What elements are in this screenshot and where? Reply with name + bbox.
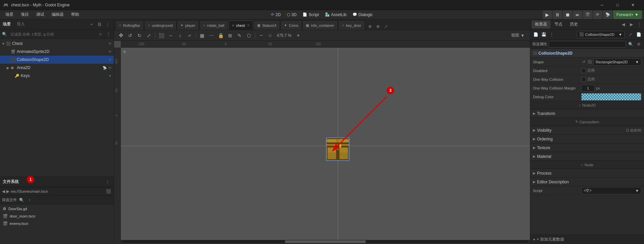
rotate-right-tool[interactable]: ↻ [136,32,144,40]
grid-tool[interactable]: ▦ [198,32,206,40]
tab-rollingbar[interactable]: ○ RollingBar [115,20,144,30]
filter-search-btn[interactable]: 🔍 [627,41,634,48]
menu-scene[interactable]: 场景 [2,11,17,18]
tree-item-collision-shape[interactable]: ⬛ CollisionShape2D ▼ [0,56,114,64]
group-tool[interactable]: ⊞ [226,32,234,40]
tab-extra-btn[interactable]: ⊕ [375,23,381,30]
inspector-back-btn[interactable]: ◀ [620,21,627,28]
script-dropdown[interactable]: <空> ▼ [581,187,641,194]
remote-button[interactable]: 📡 [603,10,612,19]
one-way-margin-input[interactable] [581,85,595,92]
menu-project[interactable]: 项目 [17,11,32,18]
process-section[interactable]: ▶ Process [530,169,644,178]
disabled-checkbox[interactable] [581,68,586,73]
transform-section[interactable]: ▶ Transform [530,109,644,118]
mode-dialogic-button[interactable]: 💬 Dialogic [350,10,376,19]
filesystem-search-btn[interactable]: 🔍 [18,197,25,203]
scene-options-button[interactable]: ⋮ [105,31,112,38]
scene-filter-button[interactable]: ⌗ [97,31,104,38]
tab-node[interactable]: 节点 [551,20,566,28]
zoom-in-btn[interactable]: + [294,32,302,40]
step-button[interactable]: ⏭ [573,10,582,19]
scale-tool[interactable]: ⤢ [145,32,153,40]
animated-sprite-visibility-btn[interactable]: 👁 [108,49,112,54]
filesystem-sort-btn[interactable]: ↕ [26,197,33,203]
menu-editor[interactable]: 编辑器 [48,11,67,18]
tab-statusui[interactable]: ▦ StatusUI [254,20,280,30]
add-node-button[interactable]: + [88,21,95,28]
movie-button[interactable]: 🎬 [583,10,592,19]
zoom-out-btn[interactable]: − [257,32,265,40]
area2d-signal-btn[interactable]: 📡 [102,65,107,70]
menu-help[interactable]: 帮助 [68,11,83,18]
inspector-file-btn[interactable]: 📄 [532,31,539,38]
scrollbar-thumb[interactable] [285,240,366,243]
tree-item-area2d[interactable]: ▶ ⊕ Area2D 📡 👁 [0,64,114,72]
forward-button[interactable]: Forward+ ▼ [613,10,642,19]
lock-tool[interactable]: 🔒 [217,32,225,40]
tab-add-btn[interactable]: ⊕ [367,23,373,30]
tab-inspector[interactable]: 检查器 [532,20,550,28]
tab-key-door[interactable]: ○ key_door [338,20,365,30]
inspector-expand-btn[interactable]: ⤢ [627,31,634,38]
hex-tool[interactable]: ⬡ [245,32,253,40]
close-button[interactable]: ✕ [625,0,641,10]
debug-color-preview[interactable] [581,93,641,101]
editor-desc-section[interactable]: ▶ Editor Description [530,178,644,186]
scene-menu-button[interactable]: ⋮ [104,21,111,28]
tab-rotate-ball[interactable]: ○ rotate_ball [199,20,228,30]
tab-player[interactable]: ✦ player [177,20,199,30]
select-tool[interactable]: ✥ [117,32,125,40]
instance-button[interactable]: ⛓ [96,21,103,28]
menu-debug[interactable]: 调试 [33,11,48,18]
ordering-section[interactable]: ▶ Ordering [530,135,644,143]
tab-coins[interactable]: ✦ Coins [280,20,302,30]
area2d-visibility-btn[interactable]: 👁 [108,65,112,70]
inspector-script-btn[interactable]: 📄 [635,31,642,38]
tree-item-animated-sprite[interactable]: 🎬 AnimatedSprite2D 👁 [0,48,114,56]
chest-visibility-btn[interactable]: 👁 [108,41,112,46]
mode-script-button[interactable]: 📄 Script [300,10,322,19]
tab-info-container[interactable]: ▦ info_container [302,20,338,30]
bone-tool[interactable]: ✎ [235,32,244,40]
tree-item-keys[interactable]: 🔑 Keys ▼ [0,72,114,80]
file-item-doorsta[interactable]: ⚙ DoorSta.gd [0,205,114,212]
mode-2d-button[interactable]: ⟳ 2D [268,10,283,19]
tree-item-chest[interactable]: ▼ ⬛ Chest 👁 [0,40,114,48]
filesystem-path-btn[interactable]: ⬛ [105,188,112,195]
filter-options-btn[interactable]: ⚙ [635,41,642,48]
inspector-forward-btn[interactable]: ▶ [628,21,635,28]
viewport[interactable]: -100 -50 0 50 100 -100 -50 0 50 [114,41,530,244]
file-item-enemy[interactable]: 🎬 enemy.tscn [0,220,114,227]
minimize-button[interactable]: ─ [594,0,610,10]
play-button[interactable]: ▶ [543,10,552,19]
sync-button[interactable]: ⟳ [593,10,602,19]
move-x-tool[interactable]: ↔ [167,32,175,40]
inspector-options-btn[interactable]: ⋮ [636,21,643,28]
add-element-bar[interactable]: + + 添加元素数据 [530,235,644,244]
view-menu-button[interactable]: 视图 ▼ [508,32,527,40]
tab-chest[interactable]: ○ chest ✕ [228,20,253,30]
texture-section[interactable]: ▶ Texture [530,143,644,152]
rotate-left-tool[interactable]: ↺ [126,32,134,40]
tab-underground[interactable]: ○ underground [144,20,176,30]
shape-dropdown[interactable]: RectangleShape2D ▼ [593,58,641,66]
filesystem-menu-button[interactable]: ⋮ [104,179,111,185]
stop-button[interactable]: ⏹ [563,10,572,19]
scrollbar-track[interactable] [122,240,529,243]
maximize-button[interactable]: □ [610,0,625,10]
collision-shape-section[interactable]: ⬛ CollisionShape2D [530,49,644,58]
move-y-tool[interactable]: ↕ [176,32,184,40]
mode-3d-button[interactable]: ⬡ 3D [284,10,299,19]
visibility-section[interactable]: ▶ Visibility (1 处改动) [530,126,644,135]
inspector-save-btn[interactable]: 💾 [540,31,547,38]
scene-search-input[interactable] [8,31,96,38]
material-section[interactable]: ▶ Material [530,152,644,161]
move-tool[interactable]: ⬛ [157,32,165,40]
pivot-tool[interactable]: ⤶ [185,32,194,40]
one-way-collision-checkbox[interactable] [581,77,586,82]
mode-assetlib-button[interactable]: 🏪 AssetLib [322,10,349,19]
pause-button[interactable]: ⏸ [553,10,562,19]
filter-attributes-input[interactable] [548,41,626,48]
tab-history[interactable]: 历史 [567,20,581,28]
